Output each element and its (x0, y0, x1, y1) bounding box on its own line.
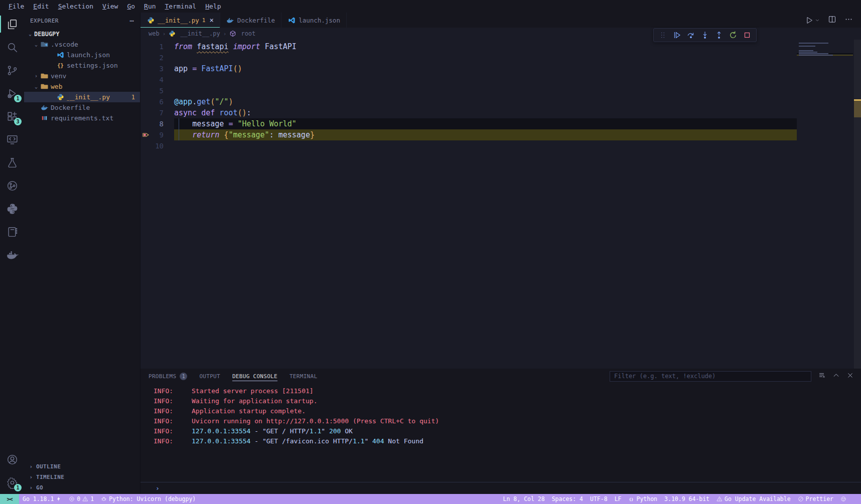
breadcrumb-label: root (241, 30, 255, 37)
menu-item-view[interactable]: View (98, 0, 122, 13)
activitybar-notebook[interactable] (0, 220, 24, 243)
clear-console-button[interactable] (818, 372, 826, 381)
panel-tab-output[interactable]: OUTPUT (199, 369, 220, 384)
activitybar-remote-explorer[interactable] (0, 128, 24, 151)
activitybar-extensions[interactable]: 3 (0, 105, 24, 128)
statusbar-problems[interactable]: 01 (65, 494, 97, 504)
activitybar-resource-monitor[interactable] (0, 174, 24, 197)
debug-restart-button[interactable] (727, 29, 739, 41)
sidebar-more-actions[interactable]: ⋯ (130, 17, 134, 25)
gutter-line-10[interactable]: 10 (140, 140, 174, 151)
activitybar-search[interactable] (0, 36, 24, 59)
statusbar-python-interpreter[interactable]: 3.10.9 64-bit (661, 494, 713, 504)
panel-tab-problems[interactable]: PROBLEMS1 (149, 369, 187, 384)
chevron-up-icon (832, 372, 840, 379)
breadcrumb-root[interactable]: root (229, 30, 255, 37)
menu-item-edit[interactable]: Edit (29, 0, 53, 13)
gutter-line-3[interactable]: 3 (140, 63, 174, 74)
debug-step-out-button[interactable] (713, 29, 725, 41)
more-actions-button[interactable] (844, 15, 853, 25)
line-text: async def root(): (174, 107, 251, 118)
statusbar-notifications[interactable] (850, 494, 857, 504)
statusbar-language-mode[interactable]: {}Python (625, 494, 661, 504)
panel-tab-terminal[interactable]: TERMINAL (290, 369, 317, 384)
remote-indicator[interactable]: >< (0, 494, 19, 504)
statusbar-label: UTF-8 (590, 495, 608, 502)
statusbar-eol[interactable]: LF (611, 494, 625, 504)
python-icon (6, 203, 19, 215)
split-editor-button[interactable] (828, 15, 836, 25)
menu-item-file[interactable]: File (4, 0, 29, 13)
debug-current-line-breakpoint-icon[interactable] (142, 131, 150, 139)
debug-console-input[interactable]: › (140, 482, 861, 494)
tab-close-icon[interactable]: × (209, 16, 213, 24)
gutter-line-9[interactable]: 9 (140, 129, 174, 140)
statusbar-cursor-position[interactable]: Ln 8, Col 28 (500, 494, 548, 504)
activitybar-run-and-debug[interactable]: 1 (0, 82, 24, 105)
activitybar-accounts[interactable] (0, 448, 24, 471)
breadcrumb--init-py[interactable]: __init__.py (169, 30, 220, 37)
tree-item-settings-json[interactable]: {}settings.json (24, 60, 140, 71)
sidebar-section-outline[interactable]: ›OUTLINE (24, 461, 140, 472)
tree-item--init-py[interactable]: __init__.py1 (24, 92, 140, 102)
gutter-line-5[interactable]: 5 (140, 85, 174, 96)
run-icon (805, 16, 814, 25)
tab-launch-json[interactable]: launch.json (281, 13, 347, 28)
gutter-line-8[interactable]: 8 (140, 118, 174, 129)
statusbar-prettier[interactable]: Prettier (794, 494, 837, 504)
menu-item-terminal[interactable]: Terminal (161, 0, 201, 13)
statusbar-go-update[interactable]: Go Update Available (713, 494, 794, 504)
overview-ruler-scrollbar[interactable] (854, 40, 861, 369)
tree-item--vscode[interactable]: ⌄.vscode (24, 39, 140, 50)
tree-root-debugpy[interactable]: ⌄DEBUGPY (24, 29, 140, 39)
statusbar-encoding[interactable]: UTF-8 (587, 494, 611, 504)
sidebar-section-timeline[interactable]: ›TIMELINE (24, 472, 140, 482)
activitybar-source-control[interactable] (0, 59, 24, 82)
debug-step-over-button[interactable] (685, 29, 697, 41)
statusbar-debug-config[interactable]: Python: Uvicorn (debugpy) (97, 494, 199, 504)
menu-item-help[interactable]: Help (201, 0, 225, 13)
activitybar-testing[interactable] (0, 151, 24, 174)
run-python-file-button[interactable] (805, 16, 820, 25)
close-panel-button[interactable] (846, 372, 854, 381)
menu-item-go[interactable]: Go (122, 0, 139, 13)
tree-item-web[interactable]: ⌄web (24, 81, 140, 92)
console-line: INFO:Waiting for application startup. (154, 396, 861, 406)
gutter-line-7[interactable]: 7 (140, 107, 174, 118)
statusbar-indentation[interactable]: Spaces: 4 (548, 494, 587, 504)
gutter-line-1[interactable]: 1 (140, 41, 174, 52)
gutter-line-2[interactable]: 2 (140, 52, 174, 63)
tree-item-requirements-txt[interactable]: requirements.txt (24, 113, 140, 123)
debug-console-filter-input[interactable] (610, 371, 811, 382)
tree-item-launch-json[interactable]: launch.json (24, 50, 140, 60)
activitybar-explorer[interactable] (0, 13, 24, 36)
panel-tab-label: TERMINAL (290, 373, 317, 380)
activitybar-docker[interactable] (0, 243, 24, 266)
debug-toolbar-grip[interactable] (657, 29, 669, 41)
maximize-panel-button[interactable] (832, 372, 840, 381)
activitybar-python[interactable] (0, 197, 24, 220)
minimap[interactable] (797, 43, 853, 58)
tab-dockerfile[interactable]: Dockerfile (220, 13, 281, 28)
gutter-line-6[interactable]: 6 (140, 96, 174, 107)
statusbar-go-version[interactable]: Go 1.18.1 (19, 494, 65, 504)
breadcrumb-web[interactable]: web (149, 30, 160, 37)
tab--init-py[interactable]: __init__.py1× (140, 13, 220, 28)
line-highlight (174, 96, 797, 107)
sidebar-section-go[interactable]: ›GO (24, 482, 140, 493)
gutter-line-4[interactable]: 4 (140, 74, 174, 85)
menu-item-run[interactable]: Run (139, 0, 160, 13)
debug-stop-button[interactable] (741, 29, 753, 41)
debug-continue-button[interactable] (671, 29, 683, 41)
debug-step-into-button[interactable] (699, 29, 711, 41)
menu-item-selection[interactable]: Selection (54, 0, 98, 13)
panel-tab-debug-console[interactable]: DEBUG CONSOLE (232, 369, 277, 384)
code-editor[interactable]: 1from fastapi import FastAPI23app = Fast… (140, 40, 861, 369)
tree-item-venv[interactable]: ›venv (24, 71, 140, 81)
breadcrumb-label: __init__.py (180, 30, 220, 37)
tree-item-dockerfile[interactable]: Dockerfile (24, 102, 140, 113)
errors-count: 0 (77, 495, 80, 502)
activitybar-manage[interactable]: 1 (0, 471, 24, 494)
statusbar-feedback[interactable] (837, 494, 850, 504)
folder-icon (40, 83, 48, 91)
